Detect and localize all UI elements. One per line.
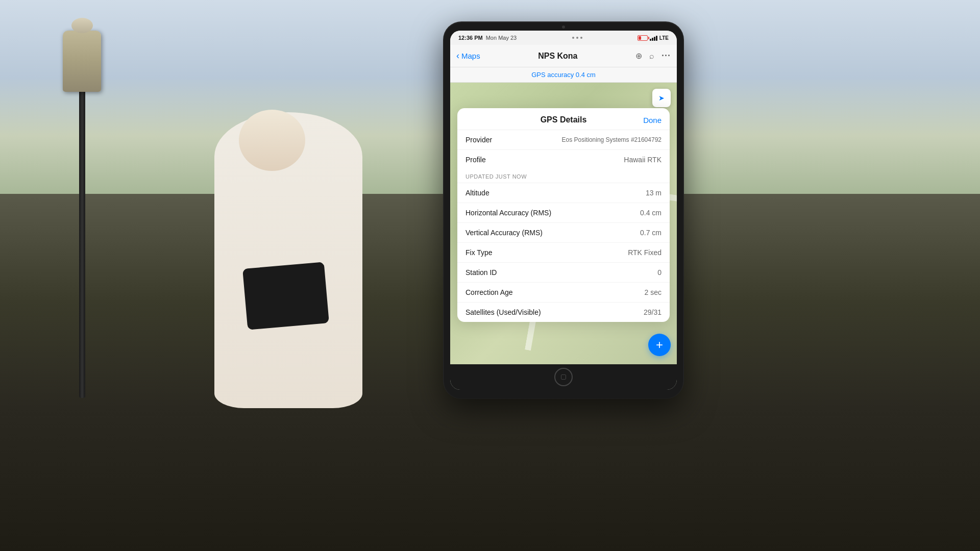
correction-age-label: Correction Age bbox=[465, 288, 513, 296]
altitude-row: Altitude 13 m bbox=[457, 183, 670, 203]
search-icon[interactable]: ⌕ bbox=[649, 52, 654, 61]
nav-title: NPS Kona bbox=[480, 52, 635, 61]
profile-value: Hawaii RTK bbox=[624, 156, 662, 164]
map-area[interactable]: ➤ GPS Details Done Provider Eos Position… bbox=[450, 83, 677, 364]
tablet-home-area bbox=[450, 364, 677, 390]
provider-value: Eos Positioning Systems #21604792 bbox=[562, 136, 662, 143]
station-id-value: 0 bbox=[657, 268, 662, 277]
bar2 bbox=[652, 38, 653, 41]
home-button[interactable] bbox=[554, 368, 573, 386]
vertical-accuracy-label: Vertical Accuracy (RMS) bbox=[465, 229, 543, 237]
fix-type-label: Fix Type bbox=[465, 248, 493, 257]
station-id-row: Station ID 0 bbox=[457, 263, 670, 283]
gps-antenna bbox=[71, 18, 93, 33]
back-label: Maps bbox=[461, 52, 480, 60]
bar1 bbox=[650, 39, 651, 41]
status-bar: 12:36 PM Mon May 23 LTE bbox=[450, 31, 677, 45]
provider-label: Provider bbox=[465, 136, 492, 144]
provider-row: Provider Eos Positioning Systems #216047… bbox=[457, 130, 670, 150]
altitude-label: Altitude bbox=[465, 189, 489, 197]
gps-accuracy-bar: GPS accuracy 0.4 cm bbox=[450, 67, 677, 83]
provider-section: Provider Eos Positioning Systems #216047… bbox=[457, 130, 670, 169]
location-button[interactable]: ➤ bbox=[652, 89, 671, 107]
vertical-accuracy-row: Vertical Accuracy (RMS) 0.7 cm bbox=[457, 223, 670, 243]
horizontal-accuracy-value: 0.4 cm bbox=[640, 209, 662, 217]
status-center-dots bbox=[572, 37, 582, 39]
correction-age-value: 2 sec bbox=[645, 288, 662, 296]
dot2 bbox=[576, 37, 578, 39]
profile-row: Profile Hawaii RTK bbox=[457, 150, 670, 169]
tablet-device: 12:36 PM Mon May 23 LTE bbox=[443, 21, 684, 399]
person-head bbox=[239, 110, 305, 171]
tablet-screen: 12:36 PM Mon May 23 LTE bbox=[450, 31, 677, 390]
held-tablet bbox=[242, 262, 329, 330]
correction-age-row: Correction Age 2 sec bbox=[457, 283, 670, 303]
signal-bars bbox=[650, 35, 657, 41]
add-icon: + bbox=[656, 338, 663, 352]
updated-header: UPDATED JUST NOW bbox=[457, 169, 670, 183]
satellites-row: Satellites (Used/Visible) 29/31 bbox=[457, 303, 670, 322]
fix-type-row: Fix Type RTK Fixed bbox=[457, 243, 670, 263]
horizontal-accuracy-row: Horizontal Accuracy (RMS) 0.4 cm bbox=[457, 203, 670, 223]
horizontal-accuracy-label: Horizontal Accuracy (RMS) bbox=[465, 209, 551, 217]
nav-bar: ‹ Maps NPS Kona ⊕ ⌕ ··· bbox=[450, 45, 677, 67]
altitude-value: 13 m bbox=[646, 189, 662, 197]
dot3 bbox=[580, 37, 582, 39]
satellites-value: 29/31 bbox=[644, 308, 662, 316]
profile-label: Profile bbox=[465, 156, 486, 164]
back-chevron-icon: ‹ bbox=[456, 51, 459, 61]
modal-done-button[interactable]: Done bbox=[641, 116, 662, 124]
tablet-camera bbox=[562, 26, 565, 29]
layers-icon[interactable]: ⊕ bbox=[635, 51, 642, 61]
bar3 bbox=[654, 37, 655, 41]
fix-type-value: RTK Fixed bbox=[628, 248, 662, 257]
status-time: 12:36 PM Mon May 23 bbox=[458, 35, 517, 41]
vertical-accuracy-value: 0.7 cm bbox=[640, 229, 662, 237]
battery-icon bbox=[638, 35, 648, 41]
date-display: Mon May 23 bbox=[486, 35, 517, 41]
back-button[interactable]: ‹ Maps bbox=[456, 51, 480, 61]
location-arrow-icon: ➤ bbox=[658, 94, 665, 102]
nav-icons: ⊕ ⌕ ··· bbox=[635, 51, 671, 61]
home-button-inner bbox=[561, 374, 566, 380]
status-right: LTE bbox=[638, 35, 669, 41]
more-icon[interactable]: ··· bbox=[662, 51, 671, 61]
time-display: 12:36 PM bbox=[458, 35, 483, 41]
modal-header: GPS Details Done bbox=[457, 108, 670, 130]
gps-details-modal: GPS Details Done Provider Eos Positionin… bbox=[457, 108, 670, 322]
station-id-label: Station ID bbox=[465, 268, 497, 277]
battery-fill bbox=[639, 36, 641, 40]
gps-device bbox=[63, 31, 101, 92]
updated-section: Altitude 13 m Horizontal Accuracy (RMS) … bbox=[457, 183, 670, 322]
modal-title: GPS Details bbox=[486, 115, 641, 124]
bar4 bbox=[656, 36, 657, 41]
dot1 bbox=[572, 37, 574, 39]
signal-type: LTE bbox=[659, 35, 669, 41]
satellites-label: Satellites (Used/Visible) bbox=[465, 308, 541, 316]
add-button[interactable]: + bbox=[648, 334, 671, 356]
gps-accuracy-text: GPS accuracy 0.4 cm bbox=[531, 71, 596, 79]
battery-tip bbox=[648, 37, 649, 39]
